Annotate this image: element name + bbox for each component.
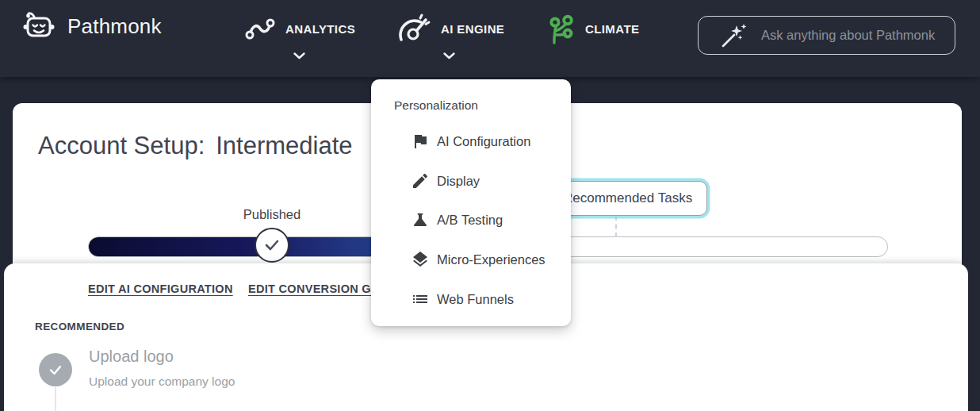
- nav-item-analytics[interactable]: ANALYTICS: [243, 11, 355, 60]
- layers-icon: [411, 250, 430, 269]
- brand-name: Pathmonk: [67, 14, 162, 39]
- ask-placeholder: Ask anything about Pathmonk: [761, 28, 935, 43]
- menu-item-label: Micro-Experiences: [437, 252, 546, 267]
- menu-item-label: AI Configuration: [437, 134, 530, 149]
- ask-input[interactable]: Ask anything about Pathmonk: [698, 16, 955, 55]
- page: Pathmonk ANALYTICS: [0, 0, 980, 411]
- menu-item-label: A/B Testing: [437, 213, 503, 228]
- menu-item-ab-testing[interactable]: A/B Testing: [411, 209, 503, 231]
- menu-item-display[interactable]: Display: [411, 170, 480, 192]
- task-timeline-line: [55, 387, 56, 411]
- gauge-icon: [394, 13, 432, 44]
- menu-item-ai-configuration[interactable]: AI Configuration: [411, 130, 530, 152]
- flask-icon: [411, 210, 430, 229]
- menu-item-web-funnels[interactable]: Web Funnels: [411, 288, 514, 310]
- nav-label-ai-engine: AI ENGINE: [441, 22, 504, 36]
- plant-icon: [545, 13, 576, 44]
- list-icon: [411, 290, 430, 309]
- robot-icon: [21, 10, 57, 43]
- pencil-icon: [411, 171, 430, 190]
- top-navbar: Pathmonk ANALYTICS: [0, 0, 980, 77]
- task-title: Upload logo: [89, 348, 235, 366]
- tasks-connector-line: [615, 216, 617, 237]
- ai-engine-dropdown: Personalization AI Configuration Display…: [371, 79, 571, 326]
- chevron-down-icon: [442, 52, 456, 60]
- chevron-down-icon: [293, 52, 306, 60]
- recommended-heading: RECOMMENDED: [35, 321, 124, 332]
- menu-item-label: Web Funnels: [437, 292, 514, 307]
- nav-item-ai-engine[interactable]: AI ENGINE: [394, 11, 504, 60]
- dropdown-section-label: Personalization: [394, 98, 478, 113]
- nav-label-climate: CLIMATE: [585, 22, 639, 36]
- magic-wand-icon: [719, 21, 748, 50]
- brand-logo[interactable]: Pathmonk: [21, 10, 162, 43]
- recommended-tasks-button[interactable]: Recommended Tasks: [548, 181, 707, 216]
- stage-label-published: Published: [232, 207, 312, 222]
- setup-title-text: Account Setup:: [38, 132, 205, 160]
- menu-item-micro-experiences[interactable]: Micro-Experiences: [411, 248, 546, 271]
- edit-ai-configuration-link[interactable]: EDIT AI CONFIGURATION: [88, 282, 233, 295]
- nav-item-climate[interactable]: CLIMATE: [545, 11, 639, 46]
- setup-level-text: Intermediate: [216, 132, 352, 160]
- check-icon: [263, 238, 281, 252]
- task-upload-logo[interactable]: Upload logo Upload your company logo: [39, 348, 235, 389]
- page-title: Account Setup: Intermediate: [38, 132, 353, 160]
- analytics-squiggle-icon: [243, 13, 277, 44]
- check-icon: [48, 364, 63, 376]
- nav-label-analytics: ANALYTICS: [285, 22, 355, 36]
- menu-item-label: Display: [437, 174, 480, 189]
- task-subtitle: Upload your company logo: [89, 375, 235, 389]
- published-checkpoint: [255, 228, 289, 263]
- recommended-tasks-label: Recommended Tasks: [563, 190, 692, 206]
- task-done-badge: [39, 353, 72, 386]
- flag-icon: [411, 132, 430, 151]
